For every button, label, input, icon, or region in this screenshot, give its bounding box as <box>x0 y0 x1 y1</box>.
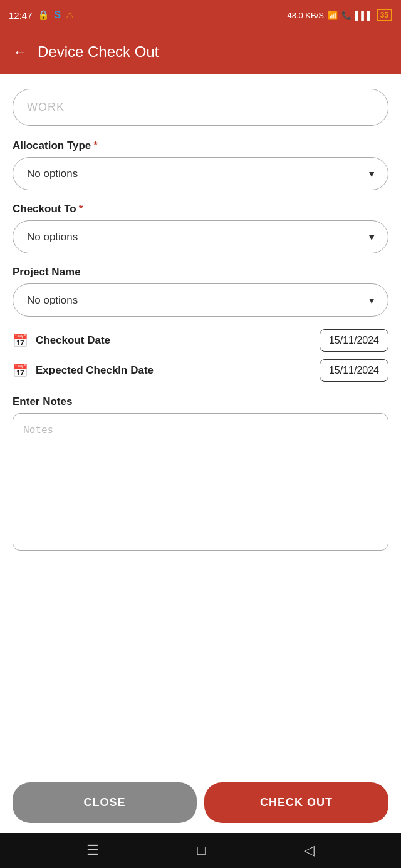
app-header: ← Device Check Out <box>0 30 401 74</box>
checkout-date-value[interactable]: 15/11/2024 <box>320 329 388 352</box>
checkout-date-row: 📅 Checkout Date 15/11/2024 <box>13 329 388 352</box>
call-icon: 📞 <box>341 11 352 20</box>
notes-textarea[interactable] <box>13 413 388 551</box>
allocation-type-wrapper: No options ▼ <box>13 157 388 190</box>
notes-section-label: Enter Notes <box>13 396 388 408</box>
status-s-icon: S <box>55 9 61 21</box>
checkout-to-wrapper: No options ▼ <box>13 220 388 253</box>
back-nav-icon[interactable]: ◁ <box>304 842 315 859</box>
page-title: Device Check Out <box>38 43 159 61</box>
checkout-date-label: Checkout Date <box>36 334 312 347</box>
status-time: 12:47 <box>9 10 33 21</box>
allocation-type-select[interactable]: No options <box>13 157 388 190</box>
checkout-date-calendar-icon: 📅 <box>13 333 28 348</box>
checkout-to-required-star: * <box>79 203 83 215</box>
status-bar: 12:47 🔒 S ⚠ 48.0 KB/S 📶 📞 ▌▌▌ 35 <box>0 0 401 30</box>
back-button[interactable]: ← <box>13 43 28 61</box>
speed-indicator: 48.0 KB/S <box>287 11 324 20</box>
buttons-row: CLOSE CHECK OUT <box>0 772 401 833</box>
allocation-required-star: * <box>93 140 98 152</box>
home-icon[interactable]: □ <box>197 842 206 859</box>
nav-bar: ☰ □ ◁ <box>0 833 401 868</box>
close-button[interactable]: CLOSE <box>13 782 197 823</box>
allocation-type-label: Allocation Type * <box>13 140 388 152</box>
lock-icon: 🔒 <box>38 9 49 21</box>
checkin-date-value[interactable]: 15/11/2024 <box>320 359 388 382</box>
main-content: Allocation Type * No options ▼ Checkout … <box>0 74 401 772</box>
wifi-icon: 📶 <box>328 11 338 20</box>
checkout-button[interactable]: CHECK OUT <box>204 782 388 823</box>
menu-icon[interactable]: ☰ <box>86 842 99 859</box>
status-left: 12:47 🔒 S ⚠ <box>9 9 74 21</box>
checkin-date-row: 📅 Expected CheckIn Date 15/11/2024 <box>13 359 388 382</box>
checkin-date-label: Expected CheckIn Date <box>36 364 312 377</box>
project-name-wrapper: No options ▼ <box>13 283 388 317</box>
checkout-to-select[interactable]: No options <box>13 220 388 253</box>
status-right: 48.0 KB/S 📶 📞 ▌▌▌ 35 <box>287 9 392 21</box>
alert-icon: ⚠ <box>66 10 74 20</box>
project-name-label: Project Name <box>13 266 388 278</box>
battery-indicator: 35 <box>377 9 392 21</box>
project-name-select[interactable]: No options <box>13 283 388 317</box>
signal-icon: ▌▌▌ <box>355 11 373 20</box>
work-input[interactable] <box>13 89 388 126</box>
checkin-date-calendar-icon: 📅 <box>13 363 28 378</box>
checkout-to-label: Checkout To * <box>13 203 388 215</box>
